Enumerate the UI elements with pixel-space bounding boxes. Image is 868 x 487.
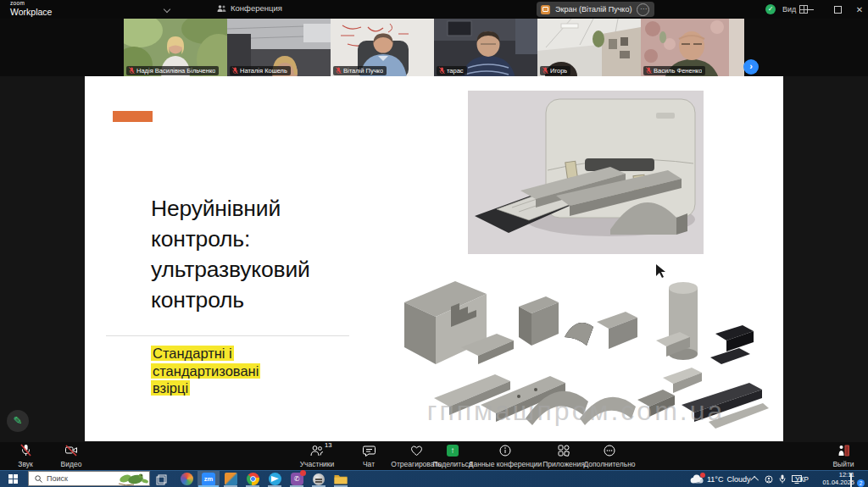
video-tile-vasyl[interactable]: Василь Фененко	[641, 19, 744, 78]
participant-name: Игорь	[550, 67, 567, 75]
audio-label: Звук	[18, 460, 32, 468]
taskbar-app-pinwheel[interactable]	[175, 471, 198, 487]
pinwheel-app-icon	[181, 473, 193, 485]
slide-divider-line	[106, 335, 349, 336]
video-tile-taras[interactable]: тарас	[434, 19, 537, 78]
participant-name: Василь Фененко	[654, 67, 702, 75]
presentation-slide: Неруйнівний контроль: ультразвуковий кон…	[85, 76, 783, 441]
windows-taskbar: Поиск zm ✆ 11°C Cloudy УКР	[0, 470, 868, 487]
weather-temperature: 11°C	[707, 475, 723, 484]
apps-icon	[558, 444, 570, 457]
bee-app-icon	[313, 473, 325, 485]
participants-video-strip: Надія Василівна Більченко Наталія Кошель	[0, 19, 868, 78]
chat-icon	[363, 444, 376, 457]
mic-muted-icon	[439, 67, 445, 75]
video-label: Видео	[61, 460, 82, 468]
tray-expand-chevron[interactable]	[750, 476, 759, 484]
taskbar-app-chrome[interactable]	[242, 471, 264, 487]
tray-mic-icon[interactable]	[779, 474, 786, 484]
leave-label: Выйти	[832, 460, 854, 468]
window-maximize-button[interactable]	[826, 0, 849, 19]
photos-app-icon	[225, 473, 237, 485]
viber-app-icon: ✆	[291, 473, 303, 485]
search-daily-image-frog	[117, 471, 149, 486]
slide-title: Неруйнівний контроль: ультразвуковий кон…	[151, 193, 380, 315]
window-close-button[interactable]: ✕	[848, 0, 868, 19]
zoom-control-bar: Звук Видео 13 Участники Чат Отреагироват…	[0, 442, 868, 470]
info-icon	[499, 444, 511, 457]
start-button[interactable]	[0, 471, 25, 487]
camera-muted-icon	[64, 444, 78, 457]
telegram-app-icon	[269, 473, 281, 485]
slide-accent-bar	[113, 111, 153, 122]
windows-logo-icon	[8, 474, 18, 484]
chevron-down-icon[interactable]	[164, 6, 170, 13]
tab-meeting-label: Конференция	[231, 3, 282, 13]
tab-shared-screen-label: Экран (Віталій Пучко)	[555, 5, 632, 14]
chat-label: Чат	[363, 460, 375, 468]
taskbar-app-viber[interactable]: ✆	[286, 471, 308, 487]
task-view-button[interactable]	[156, 473, 167, 484]
search-placeholder: Поиск	[47, 474, 113, 483]
more-ellipsis-icon	[604, 444, 615, 457]
tab-shared-screen[interactable]: Экран (Віталій Пучко) ⋯	[537, 2, 654, 17]
participant-name: тарас	[447, 67, 464, 75]
mic-muted-icon	[19, 444, 32, 457]
window-minimize-button[interactable]	[798, 0, 822, 19]
participant-name-chip: Наталія Кошель	[230, 66, 291, 75]
language-indicator[interactable]: УКР	[795, 471, 809, 487]
tray-person-icon[interactable]	[765, 475, 773, 484]
more-button[interactable]: Дополнительно	[580, 444, 639, 468]
weather-cloud-icon	[690, 474, 704, 484]
calibration-blocks-photo	[383, 256, 769, 439]
slide-highlighted-text: Стандартні і стандартизовані взірці	[151, 345, 320, 397]
taskbar-app-telegram[interactable]	[264, 471, 286, 487]
security-shield-icon[interactable]: ✓	[765, 4, 776, 14]
meeting-icon	[217, 4, 226, 13]
taskbar-app-photos[interactable]	[220, 471, 242, 487]
folder-icon	[334, 473, 348, 484]
viber-notification-badge	[300, 470, 306, 476]
zoom-workplace-logo: zoom Workplace	[10, 1, 52, 16]
video-tile-igor[interactable]: Игорь	[537, 19, 641, 78]
taskbar-app-bee[interactable]	[308, 471, 330, 487]
mic-muted-icon	[336, 67, 342, 75]
video-tile-vitaliy-active-speaker[interactable]: Віталій Пучко	[331, 19, 434, 78]
tab-meeting[interactable]: Конференция	[217, 3, 282, 13]
video-tile-nadiya[interactable]: Надія Василівна Більченко	[124, 19, 227, 78]
chrome-app-icon	[247, 473, 259, 485]
video-tiles-row: Надія Василівна Більченко Наталія Кошель	[124, 19, 744, 78]
weather-alert-badge	[700, 473, 705, 478]
taskbar-clock[interactable]: 12:11 01.04.2025	[814, 471, 854, 487]
video-tile-natalia[interactable]: Наталія Кошель	[227, 19, 331, 78]
search-icon	[35, 475, 42, 483]
video-button[interactable]: Видео	[53, 444, 90, 468]
mic-muted-icon	[646, 67, 652, 75]
screen-share-icon	[541, 5, 550, 14]
notification-icon	[850, 473, 852, 487]
participants-button[interactable]: 13 Участники	[292, 444, 342, 468]
heart-icon	[410, 444, 423, 457]
leave-meeting-button[interactable]: Выйти	[824, 444, 863, 468]
participant-name-chip: Игорь	[540, 66, 570, 75]
logo-workplace-text: Workplace	[10, 8, 52, 17]
taskbar-app-explorer[interactable]	[330, 471, 352, 487]
meeting-info-button[interactable]: Данные конференции	[466, 444, 544, 468]
mic-muted-icon	[129, 67, 135, 75]
taskbar-app-zoom[interactable]: zm	[198, 471, 220, 487]
mic-muted-icon	[232, 67, 238, 75]
meeting-info-label: Данные конференции	[469, 460, 542, 468]
apps-label: Приложения	[542, 460, 585, 468]
zoom-title-bar: zoom Workplace Конференция Экран (Віталі…	[0, 0, 868, 19]
participant-name-chip: Надія Василівна Більченко	[126, 66, 219, 75]
action-center-button[interactable]: 2	[850, 473, 862, 484]
participant-name: Надія Василівна Більченко	[136, 67, 215, 75]
taskbar-search-box[interactable]: Поиск	[28, 471, 150, 486]
chat-button[interactable]: Чат	[353, 444, 384, 468]
taskbar-weather[interactable]: 11°C Cloudy	[690, 471, 750, 487]
tab-options-icon[interactable]: ⋯	[637, 3, 649, 16]
next-participants-page-button[interactable]: ›	[743, 59, 759, 75]
annotation-pencil-button[interactable]: ✎	[7, 410, 29, 432]
participant-name: Віталій Пучко	[343, 67, 383, 75]
audio-button[interactable]: Звук	[7, 444, 44, 468]
